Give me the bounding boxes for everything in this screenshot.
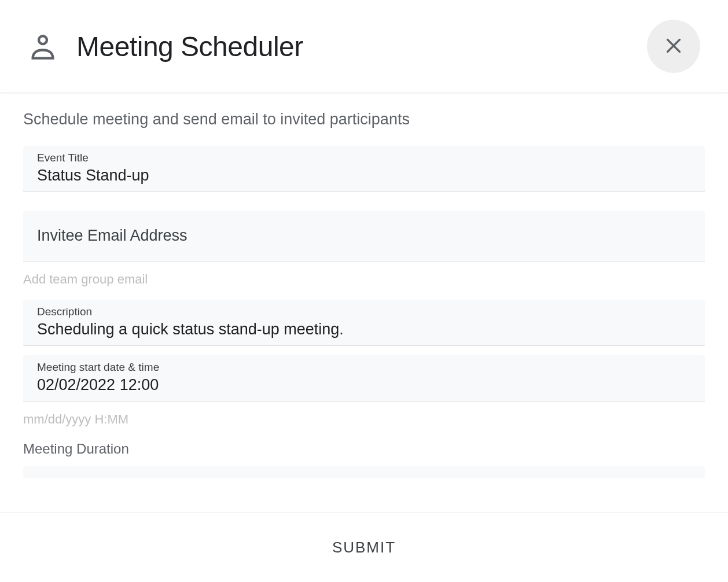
invitee-email-field[interactable]: Invitee Email Address (23, 211, 705, 261)
start-datetime-input[interactable] (37, 376, 691, 394)
invitee-email-helper: Add team group email (23, 272, 705, 287)
svg-point-0 (39, 36, 47, 44)
submit-button[interactable]: SUBMIT (332, 539, 396, 557)
description-field[interactable]: Description (23, 300, 705, 346)
close-button[interactable] (647, 20, 700, 73)
event-title-label: Event Title (37, 152, 691, 164)
form-subtitle: Schedule meeting and send email to invit… (23, 110, 705, 128)
start-datetime-helper: mm/dd/yyyy H:MM (23, 412, 705, 427)
duration-field[interactable] (23, 466, 705, 478)
header-left: Meeting Scheduler (28, 31, 303, 62)
duration-label: Meeting Duration (23, 441, 705, 457)
close-icon (663, 35, 684, 58)
start-datetime-field[interactable]: Meeting start date & time (23, 355, 705, 401)
invitee-email-label: Invitee Email Address (37, 219, 691, 253)
description-label: Description (37, 305, 691, 318)
dialog-footer: SUBMIT (0, 513, 728, 582)
description-input[interactable] (37, 321, 691, 338)
event-title-field[interactable]: Event Title (23, 146, 705, 192)
person-icon (28, 31, 58, 61)
dialog-title: Meeting Scheduler (76, 31, 303, 62)
event-title-input[interactable] (37, 167, 691, 185)
start-datetime-label: Meeting start date & time (37, 361, 691, 374)
form-content: Schedule meeting and send email to invit… (0, 93, 728, 504)
dialog-header: Meeting Scheduler (0, 0, 728, 93)
